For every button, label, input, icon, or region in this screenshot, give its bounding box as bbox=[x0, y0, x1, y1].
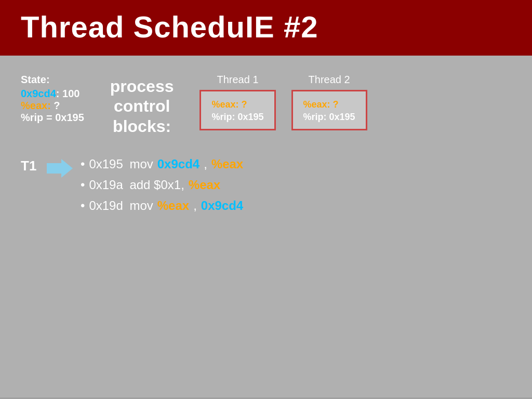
thread-1-column: Thread 1 %eax: ? %rip: 0x195 bbox=[200, 74, 275, 130]
instructions-list: • 0x195 mov 0x9cd4, %eax • 0x19a add $0x… bbox=[81, 157, 243, 219]
thread-2-rip: %rip: 0x195 bbox=[303, 112, 355, 123]
main-content: State: 0x9cd4: 100 %eax: ? %rip = 0x195 … bbox=[0, 56, 532, 397]
pcb-label: process control blocks: bbox=[110, 71, 174, 136]
state-eax-val: ? bbox=[51, 100, 60, 111]
state-addr-blue: 0x9cd4 bbox=[21, 88, 56, 99]
thread-1-rip: %rip: 0x195 bbox=[211, 112, 263, 123]
page-title: Thread ScheduIE #2 bbox=[21, 9, 511, 44]
header-section: Thread ScheduIE #2 bbox=[0, 0, 532, 56]
top-section: State: 0x9cd4: 100 %eax: ? %rip = 0x195 … bbox=[21, 71, 511, 136]
thread-1-header: Thread 1 bbox=[217, 74, 258, 86]
t1-row: T1 • 0x195 mov 0x9cd4, %eax • 0x19a add … bbox=[21, 157, 511, 219]
t1-label: T1 bbox=[21, 157, 39, 174]
threads-container: Thread 1 %eax: ? %rip: 0x195 Thread 2 %e… bbox=[200, 74, 367, 130]
instruction-1: • 0x195 mov 0x9cd4, %eax bbox=[81, 157, 243, 171]
thread-1-eax: %eax: ? bbox=[211, 98, 263, 112]
thread-2-column: Thread 2 %eax: ? %rip: 0x195 bbox=[291, 74, 367, 130]
state-label: State: bbox=[21, 74, 84, 86]
state-eax-line: %eax: ? bbox=[21, 100, 84, 112]
instruction-2: • 0x19a add $0x1, %eax bbox=[81, 178, 243, 192]
thread-2-header: Thread 2 bbox=[309, 74, 350, 86]
instruction-3: • 0x19d mov %eax, 0x9cd4 bbox=[81, 198, 243, 213]
thread-2-eax: %eax: ? bbox=[303, 98, 355, 112]
state-addr-suffix: : 100 bbox=[56, 88, 80, 99]
state-addr-line: 0x9cd4: 100 bbox=[21, 88, 84, 100]
arrow-icon bbox=[47, 159, 73, 178]
thread-1-box: %eax: ? %rip: 0x195 bbox=[200, 90, 275, 130]
thread-2-box: %eax: ? %rip: 0x195 bbox=[291, 90, 367, 130]
instructions-section: T1 • 0x195 mov 0x9cd4, %eax • 0x19a add … bbox=[21, 157, 511, 219]
state-rip-line: %rip = 0x195 bbox=[21, 112, 84, 124]
state-eax: %eax: bbox=[21, 100, 51, 111]
state-block: State: 0x9cd4: 100 %eax: ? %rip = 0x195 bbox=[21, 71, 84, 124]
